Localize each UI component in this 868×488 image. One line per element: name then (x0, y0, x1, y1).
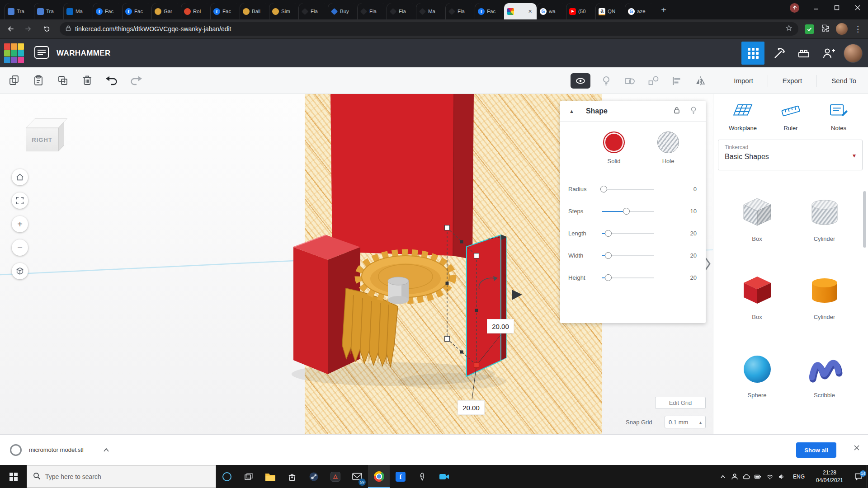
lock-icon[interactable] (672, 105, 681, 117)
reload-button[interactable] (39, 21, 54, 37)
red-column[interactable] (330, 94, 474, 259)
browser-tab[interactable]: Fla (445, 3, 475, 19)
shape-item-cylinder-hole[interactable]: Cylinder (791, 194, 858, 242)
slider-track[interactable] (602, 211, 654, 212)
paste-button[interactable] (31, 73, 46, 88)
chrome-icon[interactable] (368, 465, 390, 488)
slider-track[interactable] (602, 233, 654, 234)
collaborate-icon[interactable] (818, 42, 839, 64)
browser-tab[interactable]: Sim (269, 3, 298, 19)
browser-tab[interactable]: Ball (240, 3, 269, 19)
browser-tab[interactable] (504, 3, 537, 19)
volume-icon[interactable] (776, 474, 788, 480)
fit-view-button[interactable] (12, 192, 28, 209)
slider-value[interactable]: 0 (693, 186, 697, 192)
browser-tab[interactable]: Fla (298, 3, 328, 19)
action-center-icon[interactable]: 14 (849, 473, 868, 480)
ruler-tool[interactable]: Ruler (768, 102, 813, 131)
slider-knob[interactable] (605, 252, 612, 259)
zoom-out-button[interactable]: − (12, 239, 28, 256)
browser-update-icon[interactable] (790, 3, 799, 13)
teams-icon[interactable] (729, 473, 741, 480)
design-properties-icon[interactable] (34, 46, 49, 61)
task-view-button[interactable] (238, 465, 259, 488)
steam-icon[interactable] (303, 465, 325, 488)
design-title[interactable]: WARHAMMER (57, 49, 111, 58)
solid-swatch[interactable] (603, 131, 625, 153)
game-launcher-icon[interactable] (325, 465, 346, 488)
shape-slider-row[interactable]: Length 20 (568, 222, 697, 244)
browser-tab[interactable]: Fac (210, 3, 240, 19)
network-icon[interactable] (764, 474, 776, 480)
browser-tab[interactable]: Ma (416, 3, 445, 19)
minecraft-pickaxe-icon[interactable] (768, 42, 789, 64)
browser-tab[interactable]: aze (625, 3, 654, 19)
show-all-hidden-button[interactable] (571, 73, 590, 89)
shape-slider-row[interactable]: Height 20 (568, 267, 697, 289)
back-button[interactable] (3, 21, 18, 37)
file-explorer-icon[interactable] (259, 465, 281, 488)
edit-grid-button[interactable]: Edit Grid (655, 397, 706, 409)
slider-value[interactable]: 20 (690, 230, 697, 237)
slider-track[interactable] (602, 277, 654, 278)
forward-button[interactable] (21, 21, 36, 37)
delete-button[interactable] (80, 73, 95, 88)
slider-knob[interactable] (605, 230, 612, 237)
view-cube-side-face[interactable] (58, 122, 64, 151)
slider-value[interactable]: 10 (690, 208, 697, 215)
slider-track[interactable] (602, 189, 654, 190)
start-button[interactable] (0, 465, 27, 488)
bookmark-star-icon[interactable] (785, 24, 793, 34)
shape-library-dropdown[interactable]: Tinkercad Basic Shapes ▾ (718, 140, 863, 170)
browser-tab[interactable]: (50 (566, 3, 595, 19)
redo-button[interactable] (128, 73, 144, 88)
slider-knob[interactable] (600, 186, 607, 192)
extensions-puzzle-icon[interactable] (821, 23, 830, 34)
workplane-tool[interactable]: Workplane (720, 102, 765, 131)
undo-button[interactable] (104, 73, 119, 88)
download-bar-close-icon[interactable] (854, 445, 860, 453)
browser-tab[interactable]: Fac (122, 3, 151, 19)
new-tab-button[interactable]: + (657, 4, 670, 17)
browser-tab[interactable]: Ma (63, 3, 93, 19)
url-omnibox[interactable]: tinkercad.com/things/dtkWOGVCgqe-swanky-… (60, 22, 798, 36)
video-app-icon[interactable] (433, 465, 455, 488)
browser-tab[interactable]: Rol (181, 3, 210, 19)
browser-menu-icon[interactable]: ⋮ (854, 24, 862, 34)
microsoft-store-icon[interactable] (281, 465, 303, 488)
solid-mode-button[interactable]: Solid (594, 131, 634, 164)
home-view-button[interactable] (12, 169, 28, 185)
shape-item-box[interactable]: Box (723, 272, 791, 320)
taskbar-search[interactable] (27, 465, 216, 488)
user-avatar[interactable] (844, 44, 863, 63)
tab-close-icon[interactable] (527, 8, 533, 15)
taskbar-search-input[interactable] (45, 473, 194, 480)
language-indicator[interactable]: ENG (788, 474, 810, 480)
group-button[interactable] (622, 73, 637, 89)
alienware-icon[interactable] (411, 465, 433, 488)
snap-grid-dropdown[interactable]: 0.1 mm ▴ (665, 416, 706, 428)
apps-grid-button[interactable] (741, 42, 764, 65)
shape-item-scribble[interactable]: Scribble (791, 350, 858, 399)
dimension-label-1[interactable]: 20.00 (487, 319, 514, 333)
tinkercad-logo[interactable] (4, 43, 24, 63)
close-window-button[interactable] (847, 0, 868, 15)
shape-slider-row[interactable]: Radius 0 (568, 178, 697, 200)
browser-tab[interactable]: Gar (151, 3, 181, 19)
shape-item-sphere[interactable]: Sphere (723, 350, 791, 399)
send-to-button[interactable]: Send To (820, 67, 868, 94)
minimize-button[interactable] (806, 0, 826, 15)
browser-tab[interactable]: Tra (5, 3, 34, 19)
shape-slider-row[interactable]: Steps 10 (568, 200, 697, 222)
shape-item-cylinder[interactable]: Cylinder (791, 272, 858, 320)
download-item-menu-icon[interactable] (103, 447, 110, 453)
align-button[interactable] (669, 73, 684, 89)
download-filename[interactable]: micromotor model.stl (29, 446, 84, 453)
duplicate-button[interactable] (55, 73, 71, 88)
lightbulb-icon[interactable] (689, 105, 698, 117)
battery-icon[interactable] (752, 474, 764, 480)
copy-button[interactable] (6, 73, 22, 88)
selected-red-panel[interactable] (467, 235, 506, 376)
3d-viewport[interactable]: RIGHT + − 20.00 20.00 Edit Grid Snap Gri… (0, 94, 713, 434)
lego-brick-icon[interactable] (793, 42, 814, 64)
